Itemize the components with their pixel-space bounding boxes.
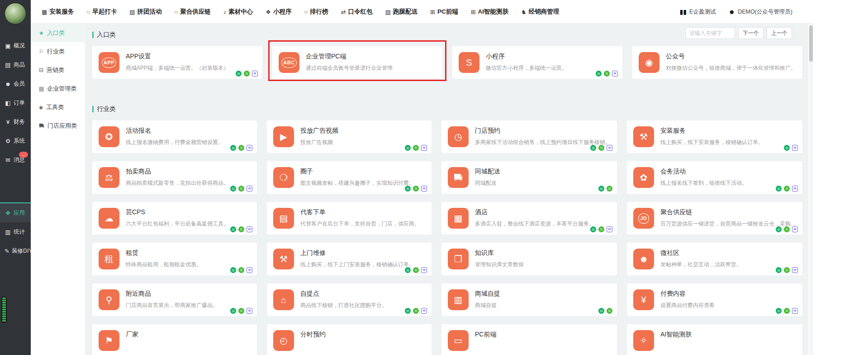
wap-badge-icon: W	[792, 145, 798, 151]
category-item-entry-category[interactable]: ★入口类	[31, 24, 85, 42]
topnav-item-dealer-management[interactable]: ♞经销商管理	[521, 8, 559, 16]
sidebar-item-messages[interactable]: ✉消息...	[0, 150, 31, 169]
sidebar-item-statistics[interactable]: ▥统计	[0, 222, 31, 241]
icon-glyph: ☻	[639, 254, 648, 264]
next-button[interactable]: 下一个	[738, 27, 764, 39]
app-card-pc-frontend[interactable]: ▭PC前端	[441, 324, 617, 355]
org-switcher[interactable]: ▮▮ E企盈测试	[680, 8, 716, 16]
app-card-app-settings[interactable]: APPAPP设置商城APP端，多端统一运营。（封装版本）◎SW	[92, 46, 262, 79]
avatar[interactable]	[5, 3, 26, 24]
app-card-rental[interactable]: 租租赁特殊商品租用，租期租金优惠。◎SW	[92, 243, 257, 275]
android-app-badge-icon: ◎	[405, 267, 411, 273]
topnav-item-aggregate-supply-chain[interactable]: ○聚合供应链	[174, 8, 210, 16]
topnav-item-label: 排行榜	[310, 8, 328, 16]
miniprogram-badge-icon: S	[238, 226, 244, 232]
app-card-timeslot-booking[interactable]: ◴分时预约	[267, 324, 432, 355]
android-app-badge-icon: ◎	[776, 308, 782, 314]
sidebar-item-members[interactable]: ☻会员	[0, 74, 31, 93]
card-desc: 商品线下核销，打造社区团购平台。	[300, 302, 387, 309]
sidebar-item-decorate-diy[interactable]: ✎装修DIY	[0, 241, 31, 260]
prev-button[interactable]: 上一个	[767, 27, 792, 39]
icon-glyph: ❐	[454, 254, 462, 264]
android-app-badge-icon: ◎	[230, 145, 236, 151]
app-card-official-account[interactable]: ◉公众号对接微信公众号，链接商城，便于一体化管理和推广。	[632, 46, 802, 79]
app-card-circles[interactable]: ❍圈子图文视频发帖，搭建兴趣圈子，实现知识付费。◎SW	[267, 161, 432, 194]
user-menu[interactable]: ☻ DEMO(公众号管理员)	[728, 8, 792, 16]
card-title: 附近商品	[126, 290, 218, 298]
topnav-item-group-buy-activity[interactable]: ▧拼团活动	[129, 8, 161, 16]
app-card-paid-content[interactable]: ¥付费内容设置商品付费内容查看◎SW	[627, 283, 802, 316]
sidebar-item-apps[interactable]: ❖应用	[0, 202, 31, 222]
icon-glyph: ✧	[640, 336, 648, 345]
card-title: 拍卖商品	[126, 168, 229, 176]
miniprogram-badge-icon: S	[413, 186, 419, 192]
app-card-door-to-door-repair[interactable]: ⚒上门维修线上购买，线下上门安装服务，核销确认订单。◎SW	[267, 243, 432, 275]
sidebar-item-system[interactable]: ⚙系统	[0, 131, 31, 150]
app-card-mini-program[interactable]: S小程序微信官方小程序，多端统一运营。◎SW	[452, 46, 622, 79]
search-input[interactable]	[685, 27, 735, 39]
card-title: 安装服务	[660, 127, 764, 135]
app-card-ad-video[interactable]: ▶投放广告视频投放广告视频◎SW	[267, 120, 432, 153]
icon-glyph: APP	[102, 58, 116, 68]
app-card-order-for-customer[interactable]: ▤代客下单代替客户在后台下单，支持自营，门店，供应商。	[267, 202, 432, 235]
platform-badges: ◎SW	[776, 186, 798, 192]
app-card-conference-activity[interactable]: ✿会务活动线上报名线下签到，链接线下活动。◎SW	[627, 161, 802, 194]
app-card-knowledge-base[interactable]: ❐知识库管理知识库文章数据	[441, 243, 617, 275]
topnav-item-label: 早起打卡	[92, 8, 117, 16]
card-title: 公众号	[666, 53, 796, 61]
topnav-item-material-center[interactable]: ♪素材中心	[223, 8, 253, 16]
wap-badge-icon: W	[247, 226, 252, 232]
category-item-marketing-category[interactable]: ⊟营销类	[31, 61, 85, 79]
sidebar-item-orders[interactable]: ◧订单	[0, 93, 31, 112]
sidebar-item-finance[interactable]: ¥财务	[0, 112, 31, 131]
scrollbar-track[interactable]	[809, 24, 813, 355]
app-card-mall-self-pickup[interactable]: ▥商城自提商城自提◎S	[441, 283, 617, 316]
app-card-city-delivery[interactable]: ⛟同城配送同城配送◎S	[441, 161, 617, 194]
app-card-nearby-goods[interactable]: ⚲附近商品门店商品首页展示，帮商家推广爆品。◎SW	[92, 283, 257, 316]
topnav-item-ai-skin-analysis[interactable]: ⊞AI智能测肤	[471, 8, 508, 16]
app-card-install-service[interactable]: ⚒安装服务线上购买，线下安装服务，核销确认订单。◎W	[627, 120, 802, 153]
top-nav: ▦安装服务○早起打卡▧拼团活动○聚合供应链♪素材中心❖小程序○排行榜⇄口令红包▧…	[31, 0, 559, 24]
app-card-enterprise-pc-admin[interactable]: ABC企业管理PC端通过前端会员账号登录进行企业管理	[272, 46, 442, 79]
enterprise-pc-admin-icon: ABC	[279, 52, 299, 73]
circles-icon: ❍	[273, 167, 294, 188]
door-to-door-repair-icon: ⚒	[273, 249, 294, 269]
topnav-item-password-red-packet[interactable]: ⇄口令红包	[341, 8, 373, 16]
app-card-auction-goods[interactable]: ⚖拍卖商品商品拍卖模式新零售，竞拍出价获得商品。◎SW	[92, 161, 257, 194]
category-item-tools-category[interactable]: ◈工具类	[31, 98, 85, 116]
category-item-store-apps-category[interactable]: ⛟门店应用类	[31, 116, 85, 135]
app-card-activity-signup[interactable]: ✪活动报名线上报名缴纳费用，付费金额营销设置。◎SW	[92, 120, 257, 153]
category-item-industry-category[interactable]: ⚐行业类	[31, 42, 85, 61]
sidebar-item-label: 概况	[14, 42, 25, 50]
scrollbar-thumb[interactable]	[809, 25, 813, 62]
password-red-packet-icon: ⇄	[341, 9, 346, 15]
topnav-item-install-service[interactable]: ▦安装服务	[42, 8, 74, 16]
card-desc: 图文视频发帖，搭建兴趣圈子，实现知识付费。	[300, 179, 414, 187]
android-app-badge-icon: ◎	[776, 226, 782, 232]
topnav-item-ranking[interactable]: ○排行榜	[304, 8, 328, 16]
app-card-manufacturer[interactable]: ⚑厂家	[92, 324, 257, 355]
app-card-store-booking[interactable]: ◷门店预约多商家线下活动组合销售，线上预约项目线下服务核销。◎SW	[441, 120, 617, 153]
topnav-item-errand-delivery[interactable]: ▧跑腿配送	[385, 8, 417, 16]
android-app-badge-icon: ◎	[405, 186, 411, 192]
topnav-item-morning-checkin[interactable]: ○早起打卡	[86, 8, 117, 16]
topnav-item-pc-frontend[interactable]: ⊞PC前端	[430, 8, 458, 16]
card-desc: 线上购买，线下上门安装服务，核销确认订单。	[300, 261, 414, 269]
sidebar-item-label: 应用	[14, 209, 25, 217]
platform-badges: ◎SW	[230, 145, 252, 151]
app-card-ai-skin-analysis[interactable]: ✧AI智能测肤	[627, 324, 802, 355]
app-card-micro-community[interactable]: ☻微社区发帖种草，社交互动，活跃带货。◎SW	[627, 243, 802, 275]
app-card-pickup-point[interactable]: ⌂自提点商品线下核销，打造社区团购平台。◎SW	[267, 283, 432, 316]
topnav-item-mini-program[interactable]: ❖小程序	[266, 8, 291, 16]
app-card-yun-cps[interactable]: ☁芸CPS六大平台红包福利，平台必备高返佣工具。◎SW	[92, 202, 257, 235]
dealer-management-icon: ♞	[521, 9, 526, 15]
app-card-aggregate-supply-chain[interactable]: JD聚合供应链百万货源供应一键进货，自营商品一键推送云仓，采购…◎SW	[627, 202, 802, 235]
category-item-enterprise-category[interactable]: ▤企业管理类	[31, 79, 85, 98]
app-card-hotel[interactable]: ▦酒店多酒店入驻，整合线下酒店资源，丰富平台服务。◎SW	[441, 202, 617, 235]
sidebar-item-goods[interactable]: ▤商品	[0, 55, 31, 74]
sidebar-item-overview[interactable]: ▣概况	[0, 36, 31, 55]
android-app-badge-icon: ◎	[590, 226, 596, 232]
card-desc: 门店商品首页展示，帮商家推广爆品。	[126, 302, 218, 309]
icon-glyph: ☁	[104, 214, 114, 223]
topnav-item-label: 素材中心	[228, 8, 253, 16]
